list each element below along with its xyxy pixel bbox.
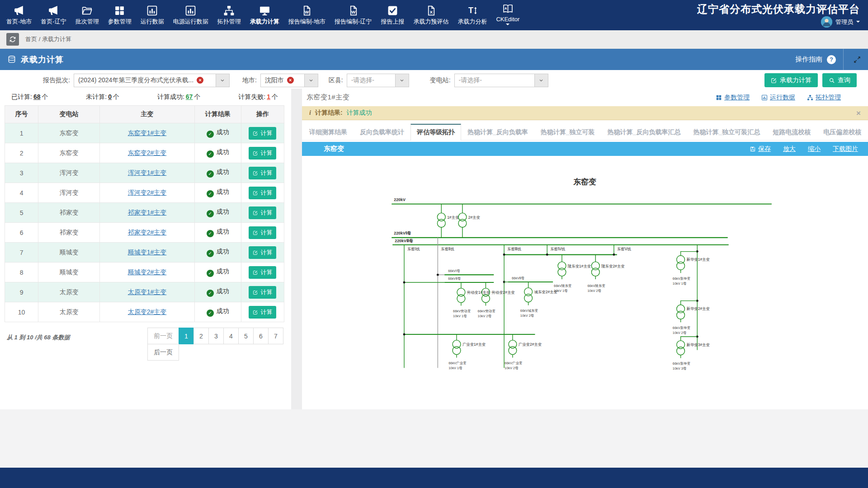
next-page-button[interactable]: 后一页 [147, 344, 179, 361]
cell-action: 计算 [241, 123, 284, 143]
bar-chart-icon [146, 5, 158, 16]
save-button[interactable]: 保存 [750, 145, 771, 153]
top-navigation: 首页-地市 首页-辽宁 批次管理 参数管理 运行数据 电源运行数据 拓扑管理 承… [0, 0, 868, 30]
page-button-7[interactable]: 7 [268, 328, 283, 344]
success-check-icon: ✓ [207, 150, 214, 158]
tab-thermal-independent[interactable]: 热稳计算_独立可装 [534, 123, 601, 141]
close-icon[interactable]: × [856, 109, 861, 117]
stat-success-value[interactable]: 67 [186, 93, 193, 100]
capacity-calc-button[interactable]: 承载力计算 [764, 73, 818, 87]
stat-uncalculated-value[interactable]: 0 [108, 93, 112, 100]
table-row: 9太原变太原变1#主变✓成功计算 [5, 282, 284, 302]
calc-button[interactable]: 计算 [249, 266, 276, 279]
cell-seq: 10 [5, 302, 38, 322]
stat-failed-value[interactable]: 1 [267, 93, 270, 100]
edit-icon [771, 77, 777, 84]
nav-item-report-liaoning[interactable]: 报告编制-辽宁 [330, 0, 376, 30]
calc-button[interactable]: 计算 [249, 167, 276, 179]
transformer-link[interactable]: 东窑变1#主变 [128, 129, 167, 136]
breadcrumb-home-link[interactable]: 首页 [25, 36, 37, 42]
zoom-out-button[interactable]: 缩小 [808, 145, 821, 153]
page-button-6[interactable]: 6 [253, 328, 269, 344]
calc-button[interactable]: 计算 [249, 226, 276, 239]
edit-icon [253, 210, 258, 216]
clear-batch-icon[interactable]: × [197, 77, 203, 84]
operation-guide-link[interactable]: 操作指南 [795, 55, 822, 64]
page-button-4[interactable]: 4 [223, 328, 239, 344]
transformer-link[interactable]: 太原变1#主变 [128, 288, 167, 296]
transformer-link[interactable]: 浑河变1#主变 [128, 169, 167, 176]
cell-result: ✓成功 [194, 302, 241, 322]
page-button-2[interactable]: 2 [193, 328, 209, 344]
transformer-link[interactable]: 顺城变1#主变 [128, 249, 167, 256]
nav-item-ckeditor[interactable]: CKEditor [491, 0, 524, 30]
tab-evaluation-topology[interactable]: 评估等级拓扑 [410, 124, 461, 141]
expand-button[interactable] [851, 55, 863, 64]
nav-item-report-submit[interactable]: 报告上报 [376, 0, 409, 30]
tab-thermal-independent-summary[interactable]: 热稳计算_独立可装汇总 [687, 123, 766, 141]
bus-66kv-tie [503, 253, 617, 256]
tab-voltage-deviation-check[interactable]: 电压偏差校核 [817, 123, 868, 141]
zoom-in-button[interactable]: 放大 [783, 145, 796, 153]
cell-result: ✓成功 [194, 263, 241, 282]
page-button-5[interactable]: 5 [238, 328, 254, 344]
tab-reverse-load-stats[interactable]: 反向负载率统计 [354, 123, 410, 141]
download-image-button[interactable]: 下载图片 [833, 145, 858, 153]
quick-link-rundata[interactable]: 运行数据 [761, 94, 795, 102]
diagram-title: 东窑变 [573, 178, 596, 186]
transformer-symbol: 新华变3#主变 66kV新华变 10kV 3母 [673, 335, 710, 371]
nav-item-home-liaoning[interactable]: 首页-辽宁 [36, 0, 71, 30]
calc-button[interactable]: 计算 [249, 127, 276, 140]
page-button-3[interactable]: 3 [208, 328, 224, 344]
transformer-link[interactable]: 浑河变2#主变 [128, 189, 167, 196]
tab-thermal-reverse-summary[interactable]: 热稳计算_反向负载率汇总 [601, 123, 687, 141]
svg-text:10kV 2母: 10kV 2母 [505, 366, 519, 370]
refresh-icon [9, 36, 16, 43]
nav-item-capacity-analysis[interactable]: 承载力分析 [453, 0, 491, 30]
transformer-link[interactable]: 顺城变2#主变 [128, 268, 167, 276]
clear-city-icon[interactable]: × [287, 77, 294, 84]
prev-page-button[interactable]: 前一页 [147, 328, 179, 344]
result-text: 成功 [217, 287, 229, 295]
stat-calculated-value[interactable]: 68 [33, 93, 41, 100]
calc-button[interactable]: 计算 [249, 206, 276, 219]
transformer-link[interactable]: 祁家变1#主变 [128, 209, 167, 216]
nav-item-batch-management[interactable]: 批次管理 [71, 0, 104, 30]
bar-chart-icon [761, 94, 768, 101]
breadcrumb: 首页 / 承载力计算 [25, 35, 71, 43]
refresh-button[interactable] [6, 33, 19, 46]
nav-item-topology-management[interactable]: 拓扑管理 [213, 0, 245, 30]
nav-label: 承载力计算 [250, 18, 279, 26]
quick-link-topology[interactable]: 拓扑管理 [807, 94, 841, 102]
transformer-link[interactable]: 太原变2#主变 [128, 308, 167, 315]
result-text: 成功 [217, 188, 229, 195]
quick-link-parameter[interactable]: 参数管理 [716, 94, 750, 102]
district-select[interactable]: -请选择- [347, 74, 409, 87]
page-button-1[interactable]: 1 [179, 328, 194, 344]
user-menu[interactable]: 管理员 [821, 16, 860, 28]
tab-short-circuit-check[interactable]: 短路电流校核 [766, 123, 817, 141]
station-select[interactable]: -请选择- [454, 74, 548, 87]
calc-button[interactable]: 计算 [249, 147, 276, 160]
calc-button[interactable]: 计算 [249, 187, 276, 199]
transformer-link[interactable]: 东窑变2#主变 [128, 149, 167, 156]
nav-item-parameter-management[interactable]: 参数管理 [104, 0, 136, 30]
tab-detail-results[interactable]: 详细测算结果 [303, 123, 354, 141]
nav-item-capacity-calculation[interactable]: 承载力计算 [245, 0, 284, 30]
book-icon [502, 3, 514, 14]
transformer-link[interactable]: 祁家变2#主变 [128, 229, 167, 236]
desktop-icon [259, 5, 270, 16]
batch-select[interactable]: (2024) 2024年第三季度分布式光伏承载...× [74, 74, 230, 87]
nav-item-power-operation-data[interactable]: 电源运行数据 [169, 0, 213, 30]
nav-item-report-city[interactable]: 报告编制-地市 [284, 0, 330, 30]
calc-button[interactable]: 计算 [249, 246, 276, 259]
nav-item-pre-evaluation[interactable]: 承载力预评估 [409, 0, 453, 30]
calc-button[interactable]: 计算 [249, 286, 276, 299]
calc-button[interactable]: 计算 [249, 306, 276, 319]
help-icon[interactable]: ? [827, 55, 836, 64]
query-button[interactable]: 查询 [822, 73, 857, 87]
tab-thermal-reverse-load[interactable]: 热稳计算_反向负载率 [461, 123, 534, 141]
nav-item-operation-data[interactable]: 运行数据 [136, 0, 169, 30]
city-select[interactable]: 沈阳市× [260, 74, 318, 87]
nav-item-home-city[interactable]: 首页-地市 [2, 0, 36, 30]
